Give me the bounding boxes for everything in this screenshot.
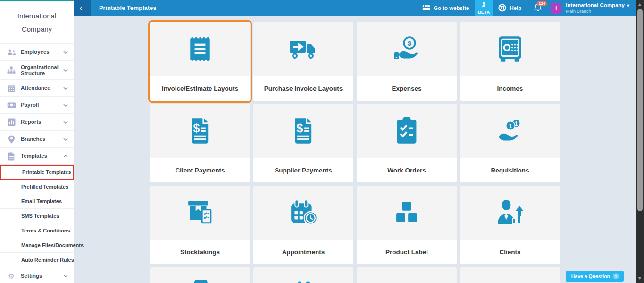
sidebar-subitem-printable-templates[interactable]: Printable Templates [0, 165, 74, 180]
storefront-icon [422, 5, 430, 12]
caret-down-icon: ▾ [627, 3, 629, 8]
tile-product-label[interactable]: Product Label [357, 186, 457, 264]
chevron-down-icon [63, 104, 68, 107]
sidebar-item-label: Organizational Structure [21, 64, 57, 77]
tile-supplier-payments[interactable]: $ Supplier Payments [253, 104, 353, 182]
partial-tile[interactable] [253, 267, 353, 283]
tile-label: Expenses [357, 76, 457, 101]
tile-requisitions[interactable]: 11 Requisitions [460, 104, 560, 182]
sidebar-item-label: Reports [21, 119, 41, 125]
sidebar-item-label: Templates [21, 153, 47, 159]
people-icon [6, 49, 17, 56]
life-ring-icon [498, 4, 506, 13]
safe-icon [460, 22, 560, 76]
have-a-question-label: Have a Question [571, 274, 610, 279]
vertical-scrollbar[interactable] [636, 0, 644, 283]
sidebar-item-settings[interactable]: ⚙ Settings [0, 267, 74, 283]
tile-invoice-estimate-layouts[interactable]: Invoice/Estimate Layouts [150, 22, 250, 101]
sidebar-item-attendance[interactable]: Attendance [0, 79, 74, 96]
delivery-truck-icon [253, 22, 353, 76]
sidebar-item-label: Employees [21, 49, 50, 55]
sidebar-collapse-button[interactable]: ⇐ [74, 0, 91, 16]
partial-icon [460, 267, 560, 283]
chevron-down-icon [63, 138, 68, 141]
sidebar-subitem-auto-reminder-rules[interactable]: Auto Reminder Rules [0, 253, 74, 267]
beta-label: BETA [478, 9, 490, 15]
header-right-cluster: Go to website BETA Help 124 I Interna [417, 0, 636, 16]
tile-client-payments[interactable]: $ Client Payments [150, 104, 250, 182]
sidebar-item-label: Branches [21, 136, 45, 142]
location-pin-icon [6, 135, 17, 144]
sidebar-item-templates[interactable]: Templates [0, 147, 74, 164]
tile-label: Supplier Payments [253, 158, 353, 182]
tile-label: Incomes [460, 76, 560, 101]
chevron-down-icon [63, 87, 68, 90]
sidebar-item-payroll[interactable]: Payroll [0, 96, 74, 113]
sidebar-item-label: Attendance [21, 85, 50, 91]
sidebar-item-employees[interactable]: Employees [0, 43, 74, 60]
receipt-icon [150, 22, 250, 76]
collapse-arrow-icon: ⇐ [79, 4, 85, 13]
tile-appointments[interactable]: Appointments [253, 186, 353, 264]
tile-incomes[interactable]: Incomes [460, 22, 560, 101]
avatar[interactable]: I [551, 3, 561, 14]
tile-purchase-invoice-layouts[interactable]: Purchase Invoice Layouts [253, 22, 353, 101]
company-menu[interactable]: International Company▾ Main Branch [566, 2, 629, 14]
sidebar-item-reports[interactable]: Reports [0, 113, 74, 130]
help-button[interactable]: Help [493, 0, 527, 16]
svg-text:$: $ [193, 121, 200, 135]
scroll-down-arrow-icon[interactable] [638, 277, 642, 280]
avatar-letter: I [555, 5, 557, 11]
tile-label: Clients [460, 240, 560, 264]
rocket-icon [481, 2, 486, 9]
sidebar-subitem-email-templates[interactable]: Email Templates [0, 194, 74, 209]
person-growth-icon [460, 186, 560, 240]
top-bar: ⇐ Printable Templates Go to website BETA… [74, 0, 636, 16]
tile-label: Product Label [357, 240, 457, 264]
beta-button[interactable]: BETA [475, 0, 493, 16]
notifications-button[interactable]: 124 [527, 0, 549, 16]
header-branch-name: Main Branch [566, 9, 629, 14]
clipboard-check-icon [357, 104, 457, 158]
sidebar-subitem-terms-conditions[interactable]: Terms & Conditions [0, 223, 74, 238]
partial-icon [253, 267, 353, 283]
tile-expenses[interactable]: $ Expenses [357, 22, 457, 101]
sidebar-subitem-prefilled-templates[interactable]: Prefilled Templates [0, 180, 74, 194]
tile-label: Stocktakings [150, 240, 250, 264]
svg-text:$: $ [408, 39, 412, 47]
tile-stocktakings[interactable]: Stocktakings [150, 186, 250, 264]
sidebar-item-branches[interactable]: Branches [0, 130, 74, 147]
blocks-icon [357, 186, 457, 240]
page-title: Printable Templates [99, 5, 157, 11]
stock-box-icon [150, 186, 250, 240]
sidebar-subitem-manage-files[interactable]: Manage Files/Documents [0, 238, 74, 253]
chevron-down-icon [63, 274, 68, 277]
sidebar-item-organizational-structure[interactable]: Organizational Structure [0, 60, 74, 79]
dollar-document-icon: $ [150, 104, 250, 158]
have-a-question-button[interactable]: Have a Question ? [566, 271, 624, 282]
help-label: Help [510, 5, 521, 11]
scroll-up-arrow-icon[interactable] [638, 3, 642, 6]
tile-work-orders[interactable]: Work Orders [357, 104, 457, 182]
tile-label: Client Payments [150, 158, 250, 182]
scrollbar-thumb[interactable] [637, 9, 643, 211]
question-mark-icon: ? [613, 273, 619, 279]
tile-label: Work Orders [357, 158, 457, 182]
partial-tile[interactable] [150, 267, 250, 283]
notification-count-badge: 124 [537, 1, 547, 6]
main-content: Invoice/Estimate Layouts Purchase Invoic… [74, 16, 636, 283]
partial-tile[interactable] [460, 267, 560, 283]
tile-label: Appointments [253, 240, 353, 264]
partial-tile[interactable] [357, 267, 457, 283]
tile-label: Purchase Invoice Layouts [253, 76, 353, 101]
sidebar-subitem-sms-templates[interactable]: SMS Templates [0, 209, 74, 223]
org-chart-icon [6, 66, 17, 74]
sidebar-item-label: Settings [21, 273, 42, 279]
gear-icon: ⚙ [6, 273, 17, 280]
sidebar-item-label: Payroll [21, 102, 39, 108]
calendar-clock-icon [253, 186, 353, 240]
bar-chart-icon [6, 118, 17, 126]
chevron-down-icon [63, 121, 68, 124]
go-to-website-button[interactable]: Go to website [417, 0, 475, 16]
tile-clients[interactable]: Clients [460, 186, 560, 264]
